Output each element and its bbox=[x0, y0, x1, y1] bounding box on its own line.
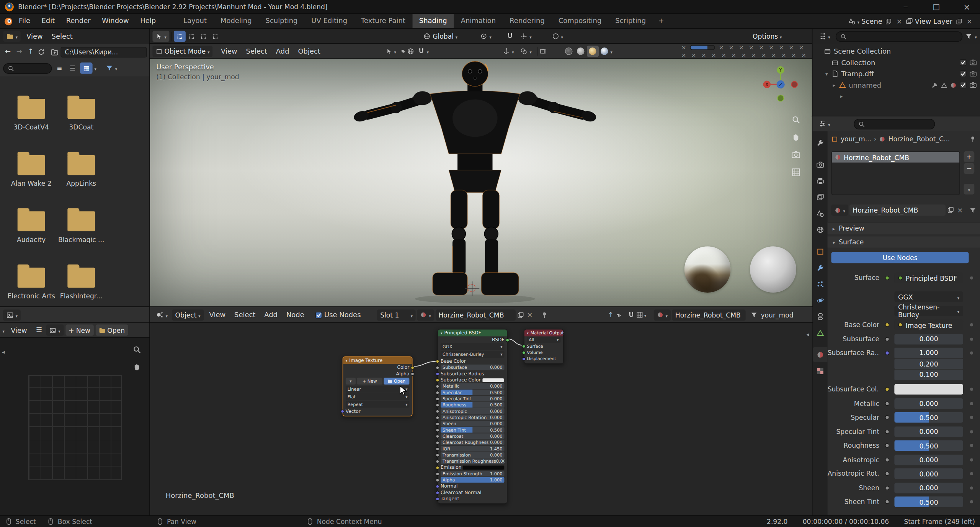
socket-out-icon[interactable] bbox=[411, 372, 415, 376]
node-input-sheen-tint[interactable]: Sheen Tint0.500 bbox=[441, 427, 505, 433]
vector-component-field[interactable]: 0.100 bbox=[894, 370, 963, 380]
viewport-canvas[interactable]: User Perspective (1) Collection | your_m… bbox=[150, 59, 813, 307]
linked-node-field[interactable]: Image Texture bbox=[894, 319, 963, 330]
node-input-anisotropic[interactable]: Anisotropic0.000 bbox=[441, 408, 505, 414]
toggle-x-icon[interactable] bbox=[768, 44, 775, 51]
properties-tab-physics[interactable] bbox=[812, 293, 827, 308]
toggle-x-icon[interactable] bbox=[680, 44, 688, 51]
node-input-emission[interactable]: Emission bbox=[441, 465, 505, 470]
socket-in-icon[interactable] bbox=[436, 428, 439, 432]
node-input-transmission[interactable]: Transmission0.000 bbox=[441, 452, 505, 458]
node-value-slider[interactable]: Specular Tint0.000 bbox=[441, 396, 505, 401]
filter-icon[interactable] bbox=[106, 64, 113, 72]
properties-tab-material[interactable] bbox=[812, 347, 827, 362]
decorator-dot[interactable] bbox=[970, 323, 973, 326]
toggle-x-icon[interactable] bbox=[720, 52, 728, 59]
decorator-dot[interactable] bbox=[970, 337, 973, 340]
tab-animation[interactable]: Animation bbox=[454, 14, 503, 29]
move-view-icon[interactable] bbox=[791, 133, 800, 142]
value-slider[interactable]: 0.500 bbox=[894, 440, 963, 451]
properties-tab-world[interactable] bbox=[812, 222, 827, 237]
select-mode-intersect-button[interactable] bbox=[209, 31, 221, 42]
node-input-clearcoat-normal[interactable]: Clearcoat Normal bbox=[441, 489, 505, 495]
tab-scripting[interactable]: Scripting bbox=[608, 14, 653, 29]
maximize-button[interactable] bbox=[923, 0, 949, 14]
file-path-field[interactable]: C:\Users\Кири... bbox=[60, 47, 147, 57]
snap-toggle[interactable] bbox=[503, 31, 517, 42]
browse-material-button[interactable] bbox=[417, 309, 434, 320]
tab-layout[interactable]: Layout bbox=[176, 14, 214, 29]
outliner-row-scene-collection[interactable]: Scene Collection bbox=[812, 46, 980, 57]
copy-material-button[interactable] bbox=[516, 311, 524, 319]
value-slider[interactable]: 0.000 bbox=[894, 334, 963, 344]
menu-view[interactable]: View bbox=[7, 326, 31, 334]
node-input-specular-tint[interactable]: Specular Tint0.000 bbox=[441, 396, 505, 401]
image-editor-canvas[interactable]: ◂ bbox=[0, 338, 150, 516]
breadcrumb-material[interactable]: Horzine_Robot_C... bbox=[889, 135, 950, 143]
object-type-visibility-dropdown[interactable] bbox=[382, 46, 400, 57]
options-dropdown[interactable]: Options bbox=[750, 31, 785, 42]
toggle-x-icon[interactable] bbox=[680, 52, 688, 59]
axis-x-negative[interactable] bbox=[791, 81, 797, 87]
socket-in-icon[interactable] bbox=[436, 397, 439, 401]
snapping-dropdown[interactable] bbox=[414, 46, 432, 57]
viewport-menu-select[interactable]: Select bbox=[242, 47, 271, 55]
new-image-button[interactable]: +New bbox=[65, 324, 94, 336]
file-browser-menu-select[interactable]: Select bbox=[47, 32, 77, 40]
node-value-slider[interactable]: Anisotropic0.000 bbox=[441, 408, 505, 414]
node-header[interactable]: Material Output bbox=[524, 329, 563, 336]
slot-dropdown[interactable]: Slot 1 bbox=[377, 309, 416, 320]
value-slider[interactable]: 0.000 bbox=[894, 426, 963, 437]
minimize-button[interactable] bbox=[892, 0, 919, 14]
decorator-dot[interactable] bbox=[970, 277, 973, 280]
node-input-alpha[interactable]: Alpha1.000 bbox=[441, 477, 505, 483]
file-search-input[interactable] bbox=[3, 63, 52, 74]
bsdf-output-socket[interactable]: BSDF bbox=[441, 337, 505, 343]
value-slider[interactable]: 0.000 bbox=[894, 483, 963, 493]
disable-in-renders-icon[interactable] bbox=[969, 59, 977, 66]
vector-component-field[interactable]: 0.200 bbox=[894, 358, 963, 369]
shading-material-preview-button[interactable] bbox=[587, 46, 599, 57]
viewport-menu-object[interactable]: Object bbox=[294, 47, 325, 55]
tab-sculpting[interactable]: Sculpting bbox=[259, 14, 305, 29]
shader-editor-canvas[interactable]: Image Texture ColorAlpha +New Open Linea… bbox=[150, 322, 813, 516]
snap-settings-dropdown[interactable] bbox=[517, 31, 535, 42]
tab-uv-editing[interactable]: UV Editing bbox=[304, 14, 354, 29]
show-overlays-dropdown[interactable] bbox=[517, 46, 535, 57]
tab-rendering[interactable]: Rendering bbox=[503, 14, 552, 29]
node-input-anisotropic-rotation[interactable]: Anisotropic Rotation0.000 bbox=[441, 414, 505, 420]
shader-type-dropdown[interactable]: Object bbox=[172, 309, 203, 320]
file-browser-folder-alan-wake-2[interactable]: Alan Wake 2 bbox=[6, 150, 56, 206]
create-folder-button[interactable] bbox=[51, 48, 59, 56]
properties-tab-tool[interactable] bbox=[812, 135, 827, 150]
browse-image-button[interactable] bbox=[46, 324, 64, 336]
color-swatch[interactable] bbox=[463, 465, 505, 470]
outliner-row-unnamed[interactable]: ▸unnamed bbox=[812, 79, 980, 90]
node-value-slider[interactable]: Transmission Roughness0.000 bbox=[441, 458, 505, 464]
node-input-ior[interactable]: IOR1.450 bbox=[441, 446, 505, 452]
collapse-icon[interactable] bbox=[441, 330, 443, 336]
file-browser-folder-3d-coatv4[interactable]: 3D-CoatV4 bbox=[6, 94, 56, 150]
snap-dropdown[interactable] bbox=[644, 311, 646, 319]
properties-tab-constraints[interactable] bbox=[812, 309, 827, 324]
open-image-button[interactable]: Open bbox=[95, 324, 128, 336]
exclude-checkbox[interactable] bbox=[959, 70, 967, 78]
menu-help[interactable]: Help bbox=[134, 14, 161, 29]
toggle-x-icon[interactable] bbox=[748, 44, 755, 51]
display-vertical-list-button[interactable]: ≡ bbox=[54, 62, 65, 74]
exclude-checkbox[interactable] bbox=[959, 81, 967, 89]
value-slider[interactable]: 0.500 bbox=[894, 496, 963, 507]
file-browser-folder-electronic-arts[interactable]: Electronic Arts bbox=[6, 263, 56, 307]
material-slot-list[interactable]: Horzine_Robot_CMB bbox=[831, 151, 960, 195]
vector-component-field[interactable]: 1.000 bbox=[894, 348, 963, 358]
toggle-x-icon[interactable] bbox=[730, 52, 738, 59]
toggle-x-icon[interactable] bbox=[700, 52, 708, 59]
enum-dropdown[interactable]: Christensen-Burley bbox=[894, 306, 963, 316]
menu-edit[interactable]: Edit bbox=[36, 14, 60, 29]
decorator-dot[interactable] bbox=[970, 458, 973, 461]
materialsphere-icon[interactable] bbox=[950, 82, 957, 88]
pivot-point-dropdown[interactable] bbox=[477, 31, 495, 42]
node-output-alpha[interactable]: Alpha bbox=[346, 371, 410, 376]
shader-menu-select[interactable]: Select bbox=[230, 311, 260, 319]
browse-material-button[interactable] bbox=[831, 205, 848, 216]
